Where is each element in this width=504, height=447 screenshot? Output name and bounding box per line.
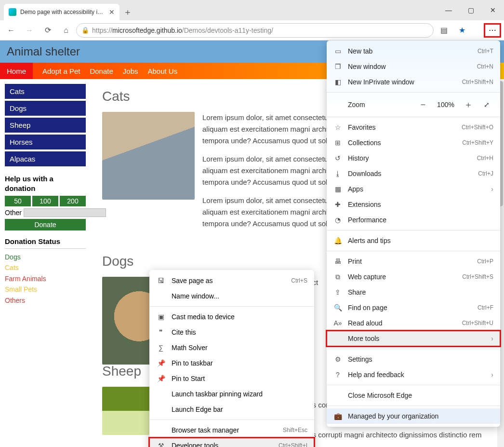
url-text: https://microsoftedge.github.io/Demos/de…: [92, 27, 273, 34]
menu-more-tools[interactable]: More tools›: [327, 331, 500, 346]
zoom-in-button[interactable]: ＋: [462, 99, 475, 110]
briefcase-icon: 💼: [333, 412, 342, 420]
donate-50[interactable]: 50: [5, 196, 31, 206]
capture-icon: ⧉: [333, 273, 342, 281]
sub-pin-taskbar[interactable]: 📌Pin to taskbar: [149, 355, 314, 371]
menu-extensions[interactable]: ✚Extensions: [327, 197, 500, 212]
cast-icon: ▣: [156, 313, 166, 321]
chevron-right-icon: ›: [491, 335, 493, 342]
menu-find[interactable]: 🔍Find on pageCtrl+F: [327, 300, 500, 315]
tab-title: Demo page with accessibility iss…: [20, 9, 105, 15]
status-farm: Farm Animals: [5, 273, 86, 284]
refresh-button[interactable]: ⟳: [40, 22, 56, 39]
status-smallpets: Small Pets: [5, 284, 86, 295]
menu-managed[interactable]: 💼Managed by your organization: [327, 408, 500, 424]
cite-icon: ❞: [156, 328, 166, 336]
favorites-icon: ☆: [333, 123, 342, 131]
menu-settings[interactable]: ⚙Settings: [327, 352, 500, 367]
menu-read-aloud[interactable]: A»Read aloudCtrl+Shift+U: [327, 315, 500, 331]
menu-new-window[interactable]: ❐New windowCtrl+N: [327, 59, 500, 74]
inprivate-icon: ◧: [333, 78, 342, 86]
sub-save-page[interactable]: 🖫Save page asCtrl+S: [149, 273, 314, 288]
sub-task-manager[interactable]: Browser task managerShift+Esc: [149, 422, 314, 438]
status-cats: Cats: [5, 262, 86, 273]
browser-tab[interactable]: Demo page with accessibility iss… ✕: [4, 4, 119, 20]
menu-history[interactable]: ↺HistoryCtrl+H: [327, 150, 500, 166]
menu-new-tab[interactable]: ▭New tabCtrl+T: [327, 43, 500, 59]
donation-heading: Help us with a donation: [5, 174, 86, 193]
cat-image: [102, 112, 195, 200]
new-tab-button[interactable]: ＋: [119, 4, 136, 20]
nav-adopt[interactable]: Adopt a Pet: [42, 67, 80, 75]
chevron-right-icon: ›: [491, 371, 493, 379]
apps-icon: ▦: [333, 185, 342, 193]
sidebar-item-sheep[interactable]: Sheep: [5, 118, 86, 133]
sub-edge-bar[interactable]: Launch Edge bar: [149, 402, 314, 417]
menu-help[interactable]: ?Help and feedback›: [327, 367, 500, 382]
close-window-button[interactable]: ✕: [482, 2, 504, 18]
minimize-button[interactable]: —: [438, 2, 460, 18]
sidebar: Cats Dogs Sheep Horses Alpacas Help us w…: [0, 79, 91, 447]
new-tab-icon: ▭: [333, 47, 342, 55]
bell-icon: 🔔: [333, 237, 342, 244]
donate-button[interactable]: Donate: [5, 219, 86, 230]
home-button[interactable]: ⌂: [58, 22, 74, 39]
titlebar: Demo page with accessibility iss… ✕ ＋ — …: [0, 0, 504, 20]
sheep-image: [102, 387, 150, 435]
forward-button[interactable]: →: [21, 22, 38, 39]
favorite-star-icon[interactable]: ★: [454, 22, 470, 39]
sidebar-item-horses[interactable]: Horses: [5, 135, 86, 149]
zoom-out-button[interactable]: −: [416, 100, 430, 110]
donation-status-list: Dogs Cats Farm Animals Small Pets Others: [5, 248, 86, 306]
close-tab-icon[interactable]: ✕: [109, 8, 115, 16]
sub-pin-start[interactable]: 📌Pin to Start: [149, 371, 314, 386]
sidebar-item-dogs[interactable]: Dogs: [5, 101, 86, 116]
history-icon: ↺: [333, 154, 342, 162]
sub-math[interactable]: ∑Math Solver: [149, 340, 314, 355]
nav-about[interactable]: About Us: [147, 67, 177, 75]
sidebar-item-cats[interactable]: Cats: [5, 84, 86, 99]
donate-100[interactable]: 100: [32, 196, 58, 206]
nav-home[interactable]: Home: [0, 63, 33, 79]
maximize-button[interactable]: ▢: [460, 2, 482, 18]
menu-inprivate[interactable]: ◧New InPrivate windowCtrl+Shift+N: [327, 74, 500, 90]
zoom-percent: 100%: [435, 101, 457, 108]
status-dogs: Dogs: [5, 252, 86, 262]
donation-status-heading: Donation Status: [5, 237, 86, 245]
sub-pinning-wizard[interactable]: Launch taskbar pinning wizard: [149, 386, 314, 402]
menu-favorites[interactable]: ☆FavoritesCtrl+Shift+O: [327, 120, 500, 135]
help-icon: ?: [333, 371, 342, 379]
menu-alerts[interactable]: 🔔Alerts and tips: [327, 233, 500, 248]
math-icon: ∑: [156, 344, 166, 352]
sub-cite[interactable]: ❞Cite this: [149, 325, 314, 340]
sub-developer-tools[interactable]: ⚒Developer toolsCtrl+Shift+I: [149, 438, 314, 447]
back-button[interactable]: ←: [3, 22, 19, 39]
menu-close-edge[interactable]: Close Microsoft Edge: [327, 388, 500, 403]
donate-200[interactable]: 200: [60, 196, 86, 206]
save-icon: 🖫: [156, 277, 166, 284]
menu-apps[interactable]: ▦Apps›: [327, 181, 500, 197]
lock-icon: 🔒: [81, 27, 89, 34]
nav-jobs[interactable]: Jobs: [123, 67, 138, 75]
nav-donate[interactable]: Donate: [90, 67, 113, 75]
collections-icon: ⊞: [333, 139, 342, 147]
share-icon: ⇪: [333, 288, 342, 296]
sub-name-window[interactable]: Name window...: [149, 288, 314, 304]
new-window-icon: ❐: [333, 63, 342, 70]
menu-share[interactable]: ⇪Share: [327, 284, 500, 300]
address-bar[interactable]: 🔒 https://microsoftedge.github.io/Demos/…: [76, 23, 434, 38]
other-label: Other: [5, 209, 22, 217]
extensions-icon: ✚: [333, 201, 342, 208]
settings-and-more-button[interactable]: ⋯: [484, 23, 501, 38]
sidebar-item-alpacas[interactable]: Alpacas: [5, 151, 86, 166]
downloads-icon: ⭳: [333, 170, 342, 177]
menu-web-capture[interactable]: ⧉Web captureCtrl+Shift+S: [327, 269, 500, 284]
menu-downloads[interactable]: ⭳DownloadsCtrl+J: [327, 166, 500, 181]
favicon-icon: [9, 8, 16, 16]
menu-performance[interactable]: ◔Performance: [327, 212, 500, 228]
menu-collections[interactable]: ⊞CollectionsCtrl+Shift+Y: [327, 135, 500, 150]
sub-cast[interactable]: ▣Cast media to device: [149, 309, 314, 325]
reading-view-icon[interactable]: ▤: [436, 22, 452, 39]
menu-print[interactable]: 🖶PrintCtrl+P: [327, 254, 500, 269]
fullscreen-button[interactable]: ⤢: [480, 101, 493, 108]
